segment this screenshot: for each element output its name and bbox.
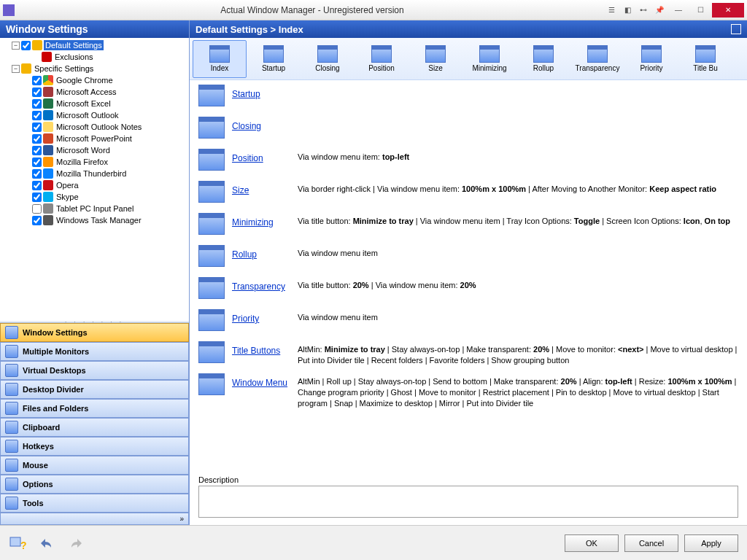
minimize-button[interactable]: — xyxy=(668,3,689,18)
tool-rollup[interactable]: Rollup xyxy=(516,40,570,78)
undo-icon[interactable] xyxy=(38,534,55,552)
redo-icon[interactable] xyxy=(67,534,85,552)
tree-default-settings[interactable]: − Default Settings xyxy=(0,39,189,51)
setting-row: Priority Via window menu item xyxy=(198,309,738,335)
collapse-icon[interactable]: − xyxy=(12,65,20,73)
right-panel: Default Settings > Index Index Startup C… xyxy=(190,20,747,525)
tool-closing[interactable]: Closing xyxy=(301,40,355,78)
tree-check[interactable] xyxy=(32,88,42,97)
nav-item-clipboard[interactable]: Clipboard xyxy=(0,418,189,437)
tree-item[interactable]: Microsoft Excel xyxy=(0,98,189,109)
settings-tree[interactable]: − Default Settings Exclusions − Specific… xyxy=(0,38,189,321)
tree-label: Skype xyxy=(55,192,80,202)
tree-item[interactable]: Microsoft Word xyxy=(0,144,189,156)
cancel-button[interactable]: Cancel xyxy=(624,534,678,552)
content-area: Startup Closing Position Via window menu… xyxy=(190,80,747,472)
app-icon xyxy=(3,4,15,16)
window-title: Actual Window Manager - Unregistered ver… xyxy=(20,5,604,15)
tool-minimizing[interactable]: Minimizing xyxy=(462,40,516,78)
tree-item[interactable]: Microsoft Outlook xyxy=(0,109,189,121)
tree-check[interactable] xyxy=(32,76,42,85)
nav-item-mouse[interactable]: Mouse xyxy=(0,456,189,475)
row-description: Via window menu item: top-left xyxy=(298,149,738,163)
tool-index[interactable]: Index xyxy=(193,40,247,78)
tool-transparency[interactable]: Transparency xyxy=(570,40,624,78)
row-link-startup[interactable]: Startup xyxy=(232,85,298,99)
tree-item[interactable]: Microsoft Outlook Notes xyxy=(0,121,189,133)
nav-item-virtual desktops[interactable]: Virtual Desktops xyxy=(0,361,189,380)
row-link-transparency[interactable]: Transparency xyxy=(232,277,298,292)
tree-check[interactable] xyxy=(32,122,42,132)
tool-size[interactable]: Size xyxy=(409,40,462,78)
tree-check[interactable] xyxy=(32,146,42,155)
tree-check[interactable] xyxy=(21,41,31,50)
nav-overflow[interactable]: » xyxy=(0,513,189,525)
nav-item-window settings[interactable]: Window Settings xyxy=(0,323,189,342)
tree-item[interactable]: Google Chrome xyxy=(0,74,189,86)
ok-button[interactable]: OK xyxy=(565,534,619,552)
extra-btn-1[interactable]: ☰ xyxy=(604,3,619,18)
tool-icon xyxy=(641,45,662,63)
tree-item[interactable]: Mozilla Thunderbird xyxy=(0,168,189,179)
tree-check[interactable] xyxy=(32,181,42,190)
tree-check[interactable] xyxy=(32,111,42,120)
tool-startup[interactable]: Startup xyxy=(247,40,301,78)
extra-btn-4[interactable]: 📌 xyxy=(652,3,667,18)
nav-item-tools[interactable]: Tools xyxy=(0,494,189,513)
tree-check[interactable] xyxy=(32,216,42,225)
nav-label: Multiple Monitors xyxy=(23,347,89,356)
tree-item[interactable]: Opera xyxy=(0,179,189,191)
tree-item[interactable]: Mozilla Firefox xyxy=(0,156,189,168)
row-link-window menu[interactable]: Window Menu xyxy=(232,373,298,388)
tree-label: Microsoft Excel xyxy=(55,98,112,109)
nav-item-files and folders[interactable]: Files and Folders xyxy=(0,399,189,418)
tree-check[interactable] xyxy=(32,158,42,167)
tree-item[interactable]: Skype xyxy=(0,191,189,203)
nav-item-hotkeys[interactable]: Hotkeys xyxy=(0,437,189,456)
tool-position[interactable]: Position xyxy=(355,40,409,78)
nav-item-options[interactable]: Options xyxy=(0,475,189,494)
row-icon xyxy=(198,181,225,203)
tree-specific-settings[interactable]: − Specific Settings xyxy=(0,63,189,74)
tree-check[interactable] xyxy=(32,134,42,144)
description-field[interactable] xyxy=(198,486,738,518)
tool-label: Rollup xyxy=(533,64,554,72)
nav-label: Desktop Divider xyxy=(23,385,84,394)
maximize-button[interactable]: ☐ xyxy=(690,3,711,18)
tree-check[interactable] xyxy=(32,192,42,202)
tree-item[interactable]: Windows Task Manager xyxy=(0,214,189,226)
row-link-minimizing[interactable]: Minimizing xyxy=(232,213,298,228)
row-link-position[interactable]: Position xyxy=(232,149,298,163)
row-description: Via title button: 20% | Via window menu … xyxy=(298,277,738,291)
tree-item[interactable]: Microsoft PowerPoint xyxy=(0,133,189,144)
extra-btn-2[interactable]: ◧ xyxy=(620,3,635,18)
nav-item-multiple monitors[interactable]: Multiple Monitors xyxy=(0,342,189,361)
tree-check[interactable] xyxy=(32,99,42,109)
tool-priority[interactable]: Priority xyxy=(624,40,678,78)
row-link-closing[interactable]: Closing xyxy=(232,117,298,131)
collapse-icon[interactable]: − xyxy=(12,42,20,50)
row-link-rollup[interactable]: Rollup xyxy=(232,245,298,260)
tool-title bu[interactable]: Title Bu xyxy=(678,40,732,78)
tree-label: Tablet PC Input Panel xyxy=(55,203,135,214)
tree-item[interactable]: Microsoft Access xyxy=(0,86,189,98)
tree-check[interactable] xyxy=(32,169,42,179)
nav-icon xyxy=(5,345,18,358)
extra-btn-3[interactable]: ⊷ xyxy=(636,3,651,18)
tree-item[interactable]: Tablet PC Input Panel xyxy=(0,203,189,214)
help-icon[interactable]: ? xyxy=(9,534,26,552)
setting-row: Transparency Via title button: 20% | Via… xyxy=(198,277,738,303)
tree-exclusions[interactable]: Exclusions xyxy=(0,51,189,63)
tree-check[interactable] xyxy=(32,204,42,214)
apply-button[interactable]: Apply xyxy=(684,534,738,552)
row-link-size[interactable]: Size xyxy=(232,181,298,195)
row-icon xyxy=(198,309,225,331)
nav-icon xyxy=(5,497,18,510)
row-link-priority[interactable]: Priority xyxy=(232,309,298,324)
row-link-title buttons[interactable]: Title Buttons xyxy=(232,341,298,356)
tree-label: Mozilla Thunderbird xyxy=(55,168,128,179)
detach-icon[interactable] xyxy=(731,24,741,34)
setting-row: Size Via border right-click | Via window… xyxy=(198,181,738,207)
close-button[interactable]: ✕ xyxy=(712,3,744,18)
nav-item-desktop divider[interactable]: Desktop Divider xyxy=(0,380,189,399)
